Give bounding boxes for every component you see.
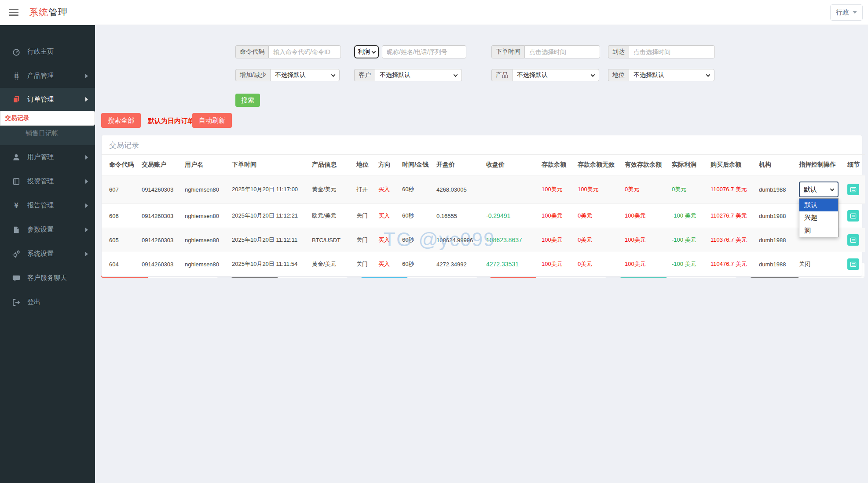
intraday-note-label: 默认为日内订单 [148, 117, 194, 125]
sidebar-item-label: 用户管理 [27, 153, 54, 161]
column-header: 细节 [845, 155, 865, 175]
column-header: 实际利润 [669, 155, 708, 175]
cell-detail [845, 204, 865, 228]
cell-command-id: 606 [102, 204, 139, 228]
column-header: 下单时间 [229, 155, 309, 175]
sidebar-item-label: 参数设置 [27, 225, 54, 234]
cell-deposit: 100美元 [539, 228, 575, 252]
sidebar-item-reports[interactable]: ¥ 报告管理 [0, 193, 95, 218]
filter-position: 地位 不选择默认 [608, 69, 714, 81]
filter-profit-search: 利润 [354, 45, 466, 58]
sidebar-item-investments[interactable]: 投资管理 [0, 169, 95, 193]
nickname-search-input[interactable] [382, 45, 466, 58]
control-dropdown: 默认 兴趣 洞 [799, 198, 839, 237]
filter-customer: 客户 不选择默认 [354, 69, 462, 81]
position-select[interactable]: 不选择默认 [629, 69, 714, 81]
sidebar-item-admin-home[interactable]: 行政主页 [0, 40, 95, 64]
cell-profit: -100 美元 [669, 204, 708, 228]
control-select[interactable]: 默认 [799, 182, 839, 197]
dropdown-option[interactable]: 洞 [799, 224, 838, 237]
cell-close-price: 4272.33531 [483, 252, 539, 276]
column-header: 指挥控制操作 [796, 155, 845, 175]
filter-product: 产品 不选择默认 [491, 69, 599, 81]
cell-detail [845, 175, 865, 204]
sidebar-subitem-label: 销售日记帐 [26, 129, 59, 138]
column-header: 交易账户 [139, 155, 182, 175]
cell-direction: 买入 [376, 228, 399, 252]
cell-agency: dumb1988 [756, 252, 796, 276]
cell-agency: dumb1988 [756, 228, 796, 252]
cell-account: 0914260303 [139, 228, 182, 252]
user-menu-button[interactable]: 行政 [830, 4, 863, 21]
chevron-down-icon [372, 49, 376, 54]
logout-icon [11, 298, 21, 306]
sidebar-item-orders[interactable]: 订单管理 [0, 88, 95, 111]
increase-decrease-select[interactable]: 不选择默认 [270, 69, 340, 81]
product-select[interactable]: 不选择默认 [512, 69, 599, 81]
chevron-right-icon [85, 74, 88, 78]
table-row: 604 0914260303 nghiemsen80 2025年10月20日 1… [102, 252, 865, 276]
cell-deposit: 100美元 [539, 252, 575, 276]
detail-button[interactable] [847, 210, 859, 222]
sidebar-item-customer-chat[interactable]: 客户服务聊天 [0, 266, 95, 290]
cell-deposit-valid: 100美元 [622, 252, 669, 276]
detail-button[interactable] [847, 184, 859, 195]
cell-order-time: 2025年10月20日 11:17:00 [229, 175, 309, 204]
hamburger-menu-icon[interactable] [9, 9, 18, 16]
sidebar-item-products[interactable]: B 产品管理 [0, 64, 95, 88]
search-button[interactable]: 搜索 [235, 94, 260, 107]
cell-balance-after: 110076.7 美元 [708, 175, 756, 204]
cell-close-price [483, 175, 539, 204]
chevron-right-icon [85, 228, 88, 232]
cell-profit: 0美元 [669, 175, 708, 204]
dashboard-icon [11, 48, 21, 56]
auto-refresh-button[interactable]: 自动刷新 [192, 113, 232, 128]
cell-deposit-valid: 100美元 [622, 204, 669, 228]
arrival-time-input[interactable] [629, 45, 715, 58]
filter-label: 到达 [608, 45, 629, 58]
cell-balance-after: 110476.7 美元 [708, 252, 756, 276]
order-time-input[interactable] [524, 45, 600, 58]
detail-button[interactable] [847, 258, 859, 270]
dropdown-option[interactable]: 默认 [799, 199, 838, 211]
customer-select[interactable]: 不选择默认 [375, 69, 462, 81]
sidebar-item-logout[interactable]: 登出 [0, 290, 95, 314]
column-header: 机构 [756, 155, 796, 175]
sidebar-item-users[interactable]: 用户管理 [0, 145, 95, 169]
sidebar-item-parameters[interactable]: 参数设置 [0, 218, 95, 242]
detail-button[interactable] [847, 234, 859, 246]
profit-select[interactable]: 利润 [354, 45, 379, 58]
cell-username: nghiemsen80 [182, 175, 229, 204]
chevron-down-icon [591, 73, 595, 77]
column-header: 地位 [354, 155, 376, 175]
cell-duration: 60秒 [399, 204, 434, 228]
cell-deposit-valid: 100美元 [622, 228, 669, 252]
cell-deposit: 100美元 [539, 204, 575, 228]
dropdown-option[interactable]: 兴趣 [799, 211, 838, 224]
sidebar-subitem-sales-journal[interactable]: 销售日记帐 [0, 126, 95, 141]
cell-duration: 60秒 [399, 252, 434, 276]
cell-deposit-invalid: 100美元 [575, 175, 622, 204]
cell-product: 黄金/美元 [309, 252, 354, 276]
cell-deposit-invalid: 0美元 [575, 252, 622, 276]
table-row: 605 0914260303 nghiemsen80 2025年10月20日 1… [102, 228, 865, 252]
cell-open-price: 0.16555 [434, 204, 483, 228]
column-header: 有效存款余额 [622, 155, 669, 175]
chevron-right-icon [85, 97, 88, 102]
list-icon [850, 261, 857, 268]
sidebar-item-system-settings[interactable]: 系统设置 [0, 242, 95, 266]
filter-label: 客户 [354, 69, 375, 81]
file-icon [11, 226, 21, 234]
command-code-input[interactable] [268, 45, 341, 58]
sidebar-group-orders: 订单管理 交易记录 销售日记帐 [0, 88, 95, 145]
search-all-button[interactable]: 搜索全部 [101, 113, 141, 128]
sidebar-item-label: 订单管理 [27, 95, 54, 104]
sidebar-subitem-trade-records[interactable]: 交易记录 [0, 111, 95, 126]
sidebar-item-label: 登出 [27, 298, 40, 306]
cell-order-time: 2025年10月20日 11:12:21 [229, 204, 309, 228]
list-icon [850, 237, 857, 243]
cell-command-id: 607 [102, 175, 139, 204]
filter-label: 命令代码 [235, 45, 268, 58]
column-header: 收盘价 [483, 155, 539, 175]
cell-position: 打开 [354, 175, 376, 204]
